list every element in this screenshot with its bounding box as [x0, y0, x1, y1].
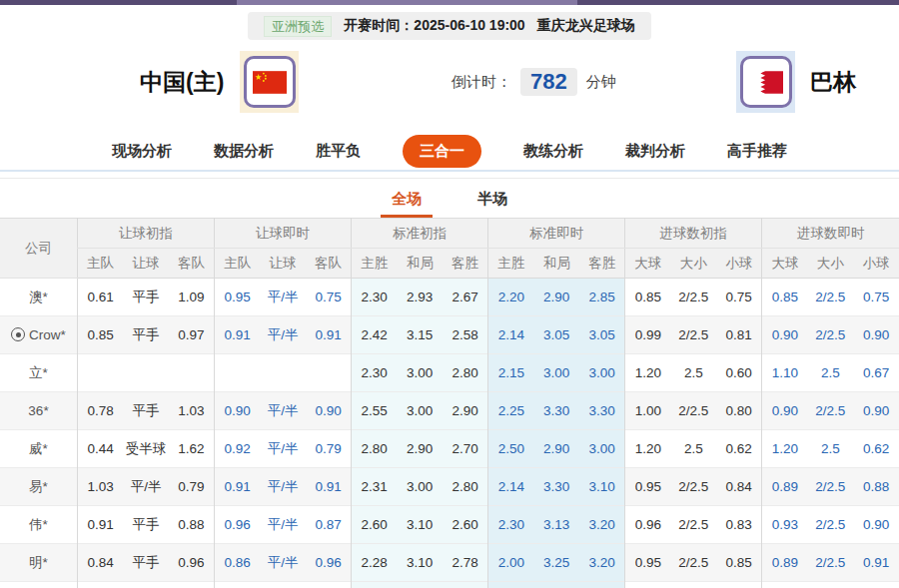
odds-cell: 1.20 — [762, 582, 808, 588]
odds-cell: 2.50 — [488, 430, 534, 468]
sub-header: 大球 — [762, 249, 808, 279]
odds-cell: 2.31 — [352, 468, 398, 506]
nav-tab-4[interactable]: 教练分析 — [523, 142, 583, 161]
odds-table-body: 澳*0.61平手1.090.95平/半0.752.302.932.672.202… — [0, 279, 899, 588]
company-cell[interactable]: 立* — [0, 354, 78, 392]
table-row: Interwet*0.80平手0.900.60平手1.202.503.302.7… — [0, 582, 899, 588]
odds-cell: 1.03 — [78, 468, 124, 506]
company-cell[interactable]: Interwet* — [0, 582, 78, 588]
nav-tab-2[interactable]: 胜平负 — [316, 142, 361, 161]
odds-cell — [78, 354, 124, 392]
odds-cell: 0.90 — [853, 392, 899, 430]
nav-tab-3[interactable]: 三合一 — [403, 135, 481, 168]
odds-cell: 0.75 — [716, 279, 762, 316]
odds-cell: 3.00 — [533, 354, 579, 392]
odds-cell: 0.85 — [625, 279, 671, 316]
odds-cell: 2.00 — [488, 544, 534, 582]
sub-header: 主胜 — [488, 249, 534, 279]
odds-cell: 2/2.5 — [808, 392, 854, 430]
odds-cell: 0.91 — [306, 316, 352, 354]
odds-cell: 2/2.5 — [670, 468, 716, 506]
sub-header: 大小 — [808, 249, 854, 279]
odds-cell: 0.44 — [78, 430, 124, 468]
nav-tab-0[interactable]: 现场分析 — [112, 142, 172, 161]
odds-cell: 0.97 — [169, 316, 215, 354]
odds-table-header: 公司让球初指让球即时标准初指标准即时进球数初指进球数即时主队让球客队主队让球客队… — [0, 219, 899, 279]
kickoff-time: 开赛时间：2025-06-10 19:00 — [344, 17, 524, 35]
sub-header: 大小 — [670, 249, 716, 279]
odds-cell: 1.20 — [625, 430, 671, 468]
odds-cell: 2.14 — [488, 468, 534, 506]
odds-cell: 0.90 — [853, 316, 899, 354]
odds-cell: 0.67 — [853, 354, 899, 392]
sub-header: 客队 — [169, 249, 215, 279]
odds-cell: 3.10 — [533, 582, 579, 588]
odds-cell: 0.88 — [853, 468, 899, 506]
odds-cell: 0.96 — [625, 506, 671, 544]
odds-cell: 平手 — [260, 582, 306, 588]
odds-cell: 0.78 — [78, 392, 124, 430]
odds-cell: 0.89 — [762, 468, 808, 506]
kickoff-label: 开赛时间： — [344, 17, 414, 33]
company-cell[interactable]: 易* — [0, 468, 78, 506]
odds-cell: 2.80 — [443, 354, 488, 392]
odds-cell: 受半球 — [123, 430, 169, 468]
odds-cell: 平/半 — [260, 544, 306, 582]
sub-tab-0[interactable]: 全场 — [381, 179, 433, 218]
company-cell[interactable]: 澳* — [0, 279, 78, 316]
match-header: 中国(主) 倒计时： 782 分钟 — [0, 40, 899, 124]
odds-cell: 0.96 — [215, 506, 261, 544]
company-cell[interactable]: 伟* — [0, 506, 78, 544]
odds-cell: 0.90 — [215, 392, 261, 430]
countdown-label: 倒计时： — [451, 73, 511, 92]
odds-cell: 2/2.5 — [670, 316, 716, 354]
odds-table: 公司让球初指让球即时标准初指标准即时进球数初指进球数即时主队让球客队主队让球客队… — [0, 218, 899, 588]
odds-cell: 2/2.5 — [808, 316, 854, 354]
company-cell[interactable]: Crow* — [0, 316, 78, 354]
group-header-2: 标准初指 — [352, 219, 488, 249]
nav-tab-6[interactable]: 高手推荐 — [727, 142, 787, 161]
odds-cell: 0.90 — [853, 506, 899, 544]
odds-cell: 1.20 — [625, 582, 671, 588]
odds-cell: 0.85 — [716, 544, 762, 582]
odds-cell: 3.30 — [397, 582, 443, 588]
group-header-1: 让球即时 — [215, 219, 352, 249]
odds-cell: 2/2.5 — [808, 544, 854, 582]
group-header-5: 进球数即时 — [762, 219, 899, 249]
odds-cell: 2.60 — [443, 506, 488, 544]
away-flag-container — [736, 51, 795, 113]
china-flag-icon — [253, 71, 287, 94]
odds-cell: 0.86 — [215, 544, 261, 582]
odds-cell: 0.88 — [169, 506, 215, 544]
group-header-3: 标准即时 — [488, 219, 625, 249]
company-cell[interactable]: 明* — [0, 544, 78, 582]
odds-cell: 平手 — [123, 392, 169, 430]
odds-cell: 0.90 — [762, 316, 808, 354]
odds-cell: 0.79 — [169, 468, 215, 506]
odds-cell — [123, 354, 169, 392]
company-cell[interactable]: 36* — [0, 392, 78, 430]
odds-cell: 2/2.5 — [670, 392, 716, 430]
nav-tab-1[interactable]: 数据分析 — [214, 142, 274, 161]
odds-cell: 3.10 — [579, 468, 625, 506]
home-team-name: 中国(主) — [140, 67, 224, 98]
company-cell[interactable]: 威* — [0, 430, 78, 468]
odds-cell: 0.91 — [306, 468, 352, 506]
away-team: 巴林 — [736, 51, 856, 113]
odds-cell: 2.80 — [443, 468, 488, 506]
odds-cell: 0.96 — [306, 544, 352, 582]
odds-cell: 2/2.5 — [808, 279, 854, 316]
odds-cell: 3.05 — [579, 316, 625, 354]
odds-cell: 2.78 — [443, 544, 488, 582]
odds-cell: 3.00 — [579, 354, 625, 392]
sub-header: 小球 — [716, 249, 762, 279]
odds-cell: 1.09 — [169, 279, 215, 316]
nav-tab-5[interactable]: 裁判分析 — [625, 142, 685, 161]
odds-cell: 3.00 — [397, 354, 443, 392]
sub-tab-1[interactable]: 半场 — [466, 179, 518, 218]
odds-cell: 0.62 — [853, 430, 899, 468]
odds-cell: 3.20 — [579, 544, 625, 582]
odds-cell: 3.30 — [533, 468, 579, 506]
sub-header: 主队 — [78, 249, 124, 279]
odds-cell: 2.85 — [579, 279, 625, 316]
